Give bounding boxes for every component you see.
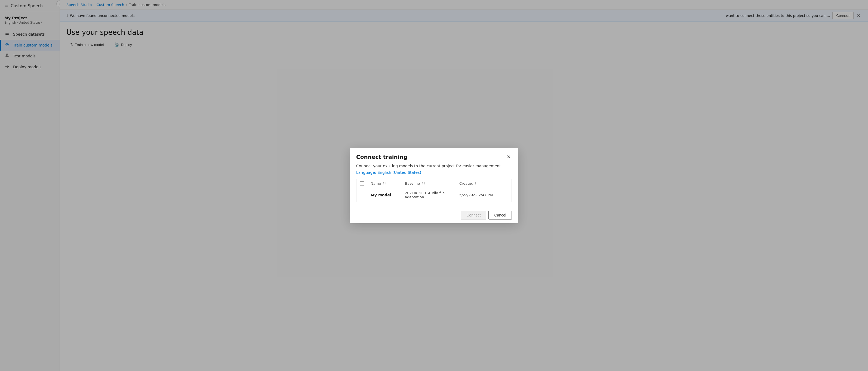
col-header-baseline[interactable]: Baseline ↑↓	[405, 181, 459, 185]
dialog-language: Language: English (United States)	[356, 170, 512, 175]
modal-overlay: Connect training ✕ Connect your existing…	[0, 0, 868, 371]
model-created: 5/22/2022 2:47 PM	[459, 193, 508, 197]
sort-name-icon: ↑↓	[382, 182, 387, 185]
col-name-label: Name	[371, 181, 381, 185]
row-checkbox-cell	[360, 193, 371, 197]
dialog-body: Connect your existing models to the curr…	[350, 164, 518, 207]
dialog-cancel-button[interactable]: Cancel	[489, 211, 512, 219]
model-baseline: 20210831 + Audio file adaptation	[405, 191, 459, 199]
model-name: My Model	[371, 193, 405, 197]
col-baseline-label: Baseline	[405, 181, 420, 185]
connect-training-dialog: Connect training ✕ Connect your existing…	[350, 148, 518, 223]
col-created-label: Created	[459, 181, 473, 185]
dialog-description-text: Connect your existing models to the curr…	[356, 164, 502, 168]
table-row: My Model 20210831 + Audio file adaptatio…	[356, 188, 512, 202]
language-label: Language:	[356, 170, 376, 175]
row-checkbox[interactable]	[360, 193, 364, 197]
dialog-connect-button[interactable]: Connect	[461, 211, 486, 219]
dialog-title: Connect training	[356, 154, 407, 160]
table-body: My Model 20210831 + Audio file adaptatio…	[356, 188, 512, 202]
sort-baseline-icon: ↑↓	[421, 182, 426, 185]
dialog-footer: Connect Cancel	[350, 207, 518, 223]
language-value-text: English (United States)	[377, 170, 421, 175]
col-header-name[interactable]: Name ↑↓	[371, 181, 405, 185]
dialog-description: Connect your existing models to the curr…	[356, 164, 512, 168]
dialog-close-button[interactable]: ✕	[505, 153, 512, 160]
header-checkbox-cell	[360, 181, 371, 186]
dialog-header: Connect training ✕	[350, 148, 518, 164]
col-header-created[interactable]: Created ↓	[459, 181, 508, 185]
table-header: Name ↑↓ Baseline ↑↓ Created ↓	[356, 179, 512, 188]
sort-created-icon: ↓	[474, 182, 477, 185]
model-table: Name ↑↓ Baseline ↑↓ Created ↓	[356, 179, 512, 203]
header-checkbox[interactable]	[360, 181, 364, 186]
